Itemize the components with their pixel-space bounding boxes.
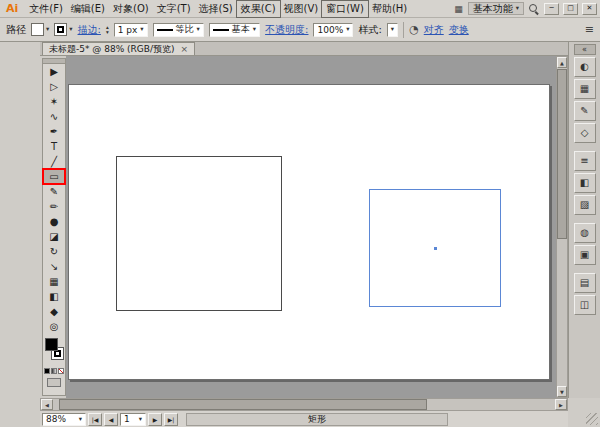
- artboard-number-field[interactable]: 1 ▾: [120, 413, 146, 426]
- restore-button[interactable]: □: [563, 3, 578, 15]
- magic-wand-tool[interactable]: ✶: [43, 94, 65, 109]
- canvas[interactable]: [66, 56, 556, 398]
- stroke-color-control[interactable]: ▾: [54, 23, 72, 36]
- screen-mode-button[interactable]: [47, 378, 61, 387]
- transform-link[interactable]: 变换: [449, 23, 469, 37]
- type-tool[interactable]: T: [43, 139, 65, 154]
- line-segment-tool[interactable]: ╱: [43, 154, 65, 169]
- pen-icon: ✒: [50, 127, 58, 137]
- menu-view[interactable]: 视图(V): [280, 1, 323, 17]
- gradient-panel-button[interactable]: ◧: [574, 173, 596, 193]
- scroll-up-button[interactable]: ▲: [557, 57, 567, 68]
- menu-object[interactable]: 对象(O): [109, 1, 153, 17]
- mesh-tool[interactable]: ▦: [43, 274, 65, 289]
- appearance-panel-button[interactable]: ◍: [574, 223, 596, 243]
- panel-menu-icon[interactable]: ≡: [585, 24, 594, 35]
- opacity-field[interactable]: 100% ▾: [313, 23, 353, 37]
- fill-color-swatch[interactable]: [45, 338, 58, 351]
- pencil-tool[interactable]: ✏: [43, 199, 65, 214]
- resize-grip[interactable]: [568, 398, 600, 427]
- lasso-tool[interactable]: ∿: [43, 109, 65, 124]
- symbols-panel-button[interactable]: ◇: [574, 123, 596, 143]
- document-tab[interactable]: 未标题-5* @ 88% (RGB/预览) ×: [42, 42, 195, 55]
- color-mode-buttons: [43, 368, 65, 374]
- none-button[interactable]: [58, 368, 64, 374]
- graphic-styles-panel-button[interactable]: ▣: [574, 245, 596, 265]
- status-display[interactable]: 矩形: [186, 413, 448, 426]
- fill-swatch-icon: [31, 23, 44, 36]
- scroll-left-button[interactable]: ◀: [41, 399, 53, 410]
- horizontal-scrollbar[interactable]: ◀ ▶: [40, 398, 568, 411]
- first-artboard-button[interactable]: |◀: [88, 413, 102, 426]
- stroke-panel-button[interactable]: ≡: [574, 151, 596, 171]
- pen-tool[interactable]: ✒: [43, 124, 65, 139]
- selection-tool[interactable]: ▶: [43, 64, 65, 79]
- rectangle-tool[interactable]: ▭: [43, 169, 65, 184]
- horizontal-scroll-track[interactable]: [53, 399, 555, 410]
- style-dropdown[interactable]: ▾: [387, 23, 398, 37]
- menu-select[interactable]: 选择(S): [195, 1, 237, 17]
- type-icon: T: [51, 142, 57, 152]
- stroke-weight-field[interactable]: 1 px ▾: [114, 23, 148, 37]
- search-icon[interactable]: [528, 3, 540, 15]
- style-label: 样式:: [358, 23, 381, 37]
- swatches-panel-button[interactable]: ▦: [574, 79, 596, 99]
- eyedropper-tool[interactable]: ◆: [43, 304, 65, 319]
- color-button[interactable]: [44, 368, 50, 374]
- scale-tool[interactable]: ↘: [43, 259, 65, 274]
- recolor-artwork-icon[interactable]: ◔: [409, 24, 419, 35]
- transparency-panel-button[interactable]: ▨: [574, 195, 596, 215]
- width-profile-dropdown[interactable]: 等比 ▾: [153, 23, 204, 37]
- last-artboard-button[interactable]: ▶|: [164, 413, 178, 426]
- artboard[interactable]: [68, 84, 550, 380]
- arrange-documents-icon[interactable]: ▦: [453, 4, 464, 14]
- selected-rectangle[interactable]: [369, 189, 501, 307]
- graphic-styles-panel-icon: ▣: [580, 250, 589, 260]
- artboards-panel-button[interactable]: ◫: [574, 295, 596, 315]
- eraser-tool[interactable]: ◪: [43, 229, 65, 244]
- next-artboard-button[interactable]: ▶: [148, 413, 162, 426]
- vertical-scrollbar[interactable]: ▲ ▼: [556, 56, 568, 398]
- paintbrush-tool[interactable]: ✎: [43, 184, 65, 199]
- drawn-rectangle[interactable]: [116, 156, 282, 311]
- fill-stroke-control[interactable]: [43, 337, 65, 365]
- direct-selection-tool[interactable]: ▷: [43, 79, 65, 94]
- menu-window[interactable]: 窗口(W): [322, 1, 368, 17]
- menu-file[interactable]: 文件(F): [25, 1, 67, 17]
- layers-panel-button[interactable]: ▤: [574, 273, 596, 293]
- fill-color-control[interactable]: ▾: [31, 23, 49, 36]
- scroll-right-button[interactable]: ▶: [555, 399, 567, 410]
- minimize-button[interactable]: ─: [544, 3, 559, 15]
- stepper-down-icon[interactable]: ▾: [106, 30, 109, 34]
- brushes-panel-button[interactable]: ✎: [574, 101, 596, 121]
- workspace-switcher[interactable]: 基本功能 ▾: [468, 2, 524, 15]
- previous-artboard-button[interactable]: ◀: [104, 413, 118, 426]
- control-bar: 路径 ▾ ▾ 描边: ▴ ▾ 1 px ▾ 等比 ▾ 基本 ▾ 不透明度:: [0, 18, 600, 42]
- tab-close-icon[interactable]: ×: [181, 44, 189, 54]
- rotate-tool[interactable]: ↻: [43, 244, 65, 259]
- brush-definition-dropdown[interactable]: 基本 ▾: [209, 23, 260, 37]
- brush-definition-value: 基本: [232, 23, 250, 36]
- blob-brush-tool[interactable]: ●: [43, 214, 65, 229]
- gradient-tool[interactable]: ◧: [43, 289, 65, 304]
- horizontal-scroll-thumb[interactable]: [59, 399, 427, 410]
- close-button[interactable]: ✕: [582, 3, 597, 15]
- menu-effect[interactable]: 效果(C): [237, 1, 280, 17]
- gradient-icon: ◧: [49, 292, 58, 302]
- color-panel-button[interactable]: ◐: [574, 57, 596, 77]
- stroke-weight-stepper[interactable]: ▴ ▾: [106, 25, 109, 34]
- stroke-panel-link[interactable]: 描边:: [78, 23, 101, 37]
- vertical-scroll-track[interactable]: [557, 68, 567, 386]
- selection-type-label: 路径: [6, 23, 26, 37]
- gradient-button[interactable]: [51, 368, 57, 374]
- scroll-down-button[interactable]: ▼: [557, 386, 567, 397]
- align-link[interactable]: 对齐: [424, 23, 444, 37]
- menu-edit[interactable]: 编辑(E): [67, 1, 109, 17]
- zoom-level-dropdown[interactable]: 88% ▾: [42, 413, 86, 426]
- zoom-tool[interactable]: ◎: [43, 319, 65, 334]
- opacity-link[interactable]: 不透明度:: [265, 23, 308, 37]
- vertical-scroll-thumb[interactable]: [557, 69, 567, 239]
- menu-help[interactable]: 帮助(H): [368, 1, 411, 17]
- expand-panels-button[interactable]: «: [574, 44, 596, 55]
- menu-type[interactable]: 文字(T): [153, 1, 195, 17]
